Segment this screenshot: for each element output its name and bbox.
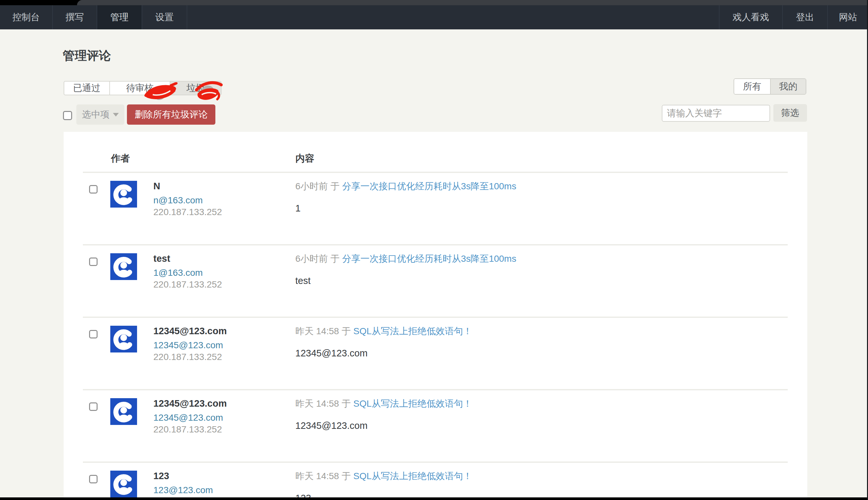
- comment-author: N: [153, 181, 160, 192]
- select-all-checkbox[interactable]: [63, 111, 72, 120]
- table-row: 123 123@123.com 220.187.133.252 昨天 14:58…: [83, 463, 788, 500]
- comment-author: 123: [153, 470, 169, 481]
- nav-item-site[interactable]: 网站: [827, 5, 868, 30]
- spam-count-badge: [201, 86, 215, 99]
- table-row: 12345@123.com 12345@123.com 220.187.133.…: [83, 318, 788, 390]
- tab-all[interactable]: 所有: [734, 79, 770, 94]
- comment-meta: 昨天 14:58于SQL从写法上拒绝低效语句！: [295, 398, 472, 410]
- comment-meta: 6小时前于分享一次接口优化经历耗时从3s降至100ms: [295, 180, 516, 193]
- row-checkbox[interactable]: [89, 185, 98, 194]
- nav-item-console[interactable]: 控制台: [0, 5, 53, 30]
- post-title-link[interactable]: SQL从写法上拒绝低效语句！: [353, 326, 472, 336]
- nav-item-write[interactable]: 撰写: [53, 5, 97, 30]
- row-checkbox[interactable]: [89, 330, 98, 339]
- row-checkbox[interactable]: [89, 475, 98, 484]
- comment-status-tabs: 已通过 待审核 垃圾: [64, 81, 221, 95]
- comment-author-email[interactable]: 12345@123.com: [153, 412, 223, 423]
- filter-button[interactable]: 筛选: [773, 104, 807, 122]
- comment-author-email[interactable]: 1@163.com: [153, 268, 203, 278]
- delete-all-spam-button[interactable]: 删除所有垃圾评论: [127, 104, 215, 125]
- chevron-down-icon: [113, 113, 119, 116]
- comment-connector: 于: [342, 398, 351, 409]
- tab-mine[interactable]: 我的: [770, 79, 806, 94]
- comment-text: 1: [295, 203, 300, 214]
- window-top-edge: [0, 0, 868, 5]
- author-column-header: 作者: [111, 152, 130, 165]
- post-title-link[interactable]: 分享一次接口优化经历耗时从3s降至100ms: [342, 253, 516, 264]
- nav-spacer: [187, 5, 719, 30]
- nav-item-username[interactable]: 戏人看戏: [719, 5, 782, 30]
- post-title-link[interactable]: SQL从写法上拒绝低效语句！: [353, 398, 472, 409]
- comment-author: 12345@123.com: [153, 326, 227, 337]
- pending-count-badge: [152, 86, 166, 100]
- comment-time: 6小时前: [295, 181, 328, 191]
- comments-table: 作者 内容 N n@163.com 220.187.133.252 6小时前于分…: [83, 132, 788, 500]
- post-title-link[interactable]: SQL从写法上拒绝低效语句！: [353, 471, 472, 481]
- comment-author-ip: 220.187.133.252: [153, 207, 222, 217]
- content-column-header: 内容: [295, 152, 314, 165]
- nav-right-group: 戏人看戏 登出 网站: [719, 5, 868, 30]
- comment-time: 昨天 14:58: [295, 471, 339, 481]
- comment-author-email[interactable]: 123@123.com: [153, 485, 213, 496]
- comment-author: 12345@123.com: [153, 398, 227, 409]
- table-row: test 1@163.com 220.187.133.252 6小时前于分享一次…: [83, 246, 788, 318]
- avatar: [110, 470, 137, 497]
- post-title-link[interactable]: 分享一次接口优化经历耗时从3s降至100ms: [342, 181, 516, 191]
- search-input[interactable]: [662, 105, 770, 122]
- comment-text: 12345@123.com: [295, 420, 367, 431]
- comment-author-ip: 220.187.133.252: [153, 280, 222, 290]
- window-rounded-corner: [77, 0, 868, 5]
- comment-author-email[interactable]: 12345@123.com: [153, 340, 223, 351]
- comment-meta: 昨天 14:58于SQL从写法上拒绝低效语句！: [295, 325, 472, 338]
- comment-text: test: [295, 275, 311, 286]
- comment-meta: 6小时前于分享一次接口优化经历耗时从3s降至100ms: [295, 253, 516, 265]
- row-checkbox[interactable]: [89, 258, 98, 266]
- avatar: [110, 326, 137, 352]
- comment-time: 昨天 14:58: [295, 326, 339, 336]
- avatar: [110, 253, 137, 280]
- row-checkbox[interactable]: [89, 402, 98, 411]
- avatar: [110, 398, 137, 425]
- nav-item-settings[interactable]: 设置: [142, 5, 187, 30]
- nav-item-manage[interactable]: 管理: [97, 5, 142, 30]
- page-title: 管理评论: [62, 48, 111, 64]
- window-bottom-edge: [0, 497, 868, 500]
- avatar: [110, 181, 137, 207]
- table-header: 作者 内容: [83, 132, 788, 173]
- comment-meta: 昨天 14:58于SQL从写法上拒绝低效语句！: [295, 470, 472, 482]
- admin-navbar: 控制台 撰写 管理 设置 戏人看戏 登出 网站: [0, 5, 868, 30]
- ownership-tabs: 所有 我的: [733, 78, 806, 95]
- nav-item-logout[interactable]: 登出: [782, 5, 827, 30]
- comment-author-ip: 220.187.133.252: [153, 424, 222, 435]
- comment-time: 6小时前: [295, 253, 328, 264]
- comment-connector: 于: [342, 326, 351, 336]
- comment-text: 12345@123.com: [295, 348, 367, 359]
- tab-approved[interactable]: 已通过: [64, 82, 109, 95]
- comment-time: 昨天 14:58: [295, 398, 339, 409]
- comment-author-email[interactable]: n@163.com: [153, 195, 203, 206]
- table-row: N n@163.com 220.187.133.252 6小时前于分享一次接口优…: [83, 173, 788, 246]
- comment-author: test: [153, 253, 170, 264]
- bulk-action-label: 选中项: [82, 109, 110, 121]
- comments-card: 作者 内容 N n@163.com 220.187.133.252 6小时前于分…: [64, 132, 807, 500]
- comment-connector: 于: [331, 253, 340, 264]
- comment-author-ip: 220.187.133.252: [153, 352, 222, 362]
- comment-connector: 于: [342, 471, 351, 481]
- table-row: 12345@123.com 12345@123.com 220.187.133.…: [83, 390, 788, 463]
- bulk-action-dropdown[interactable]: 选中项: [76, 104, 124, 125]
- comment-connector: 于: [331, 181, 340, 191]
